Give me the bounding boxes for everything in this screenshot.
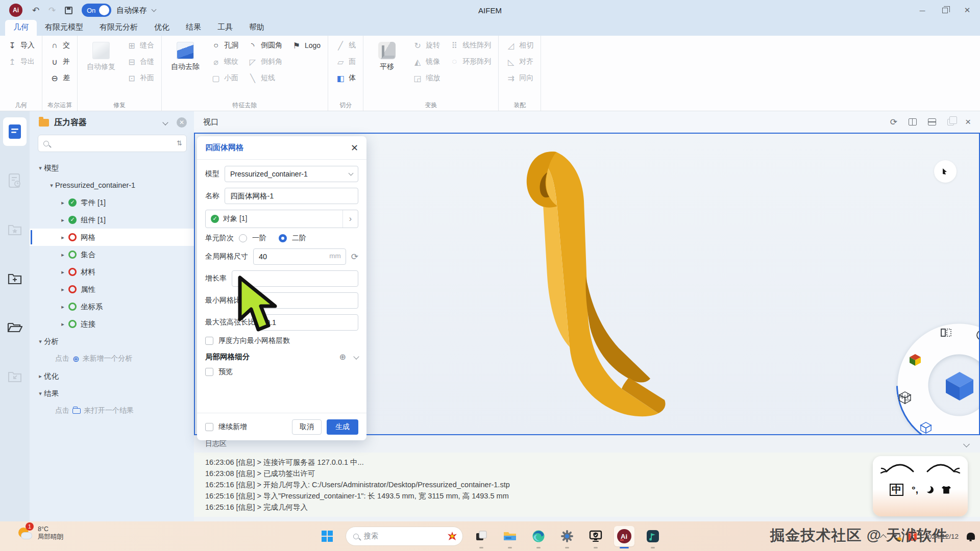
tree-expand-icon[interactable]: ▾ (37, 165, 44, 171)
project-collapse-icon[interactable] (162, 119, 168, 125)
tree-expand-icon[interactable]: ▸ (59, 217, 66, 223)
start-button[interactable] (317, 526, 337, 546)
import-folder-icon[interactable] (3, 362, 27, 391)
model-select[interactable]: Pressurized_container-1 (225, 166, 358, 182)
tree-expand-icon[interactable]: ▸ (37, 373, 44, 380)
tree-expand-icon[interactable]: ▸ (59, 252, 66, 258)
subtract-button[interactable]: 差 (47, 71, 72, 85)
section-plane-icon[interactable] (940, 328, 952, 338)
palette-icon[interactable] (976, 330, 980, 341)
log-panel[interactable]: 16:23:06 [信息] > 连接许可服务器 127.0.0.1 中...16… (194, 453, 980, 517)
save-icon[interactable] (61, 4, 76, 17)
tree-item-分析[interactable]: ▾分析 (30, 333, 194, 350)
filmora-app-button[interactable] (643, 526, 663, 546)
split-body-button[interactable]: 体 (333, 71, 358, 85)
add-refinement-icon[interactable]: ⊕ (339, 352, 346, 362)
import-button[interactable]: 导入 (5, 39, 37, 52)
tree-expand-icon[interactable]: ▸ (59, 269, 66, 276)
tree-expand-icon[interactable]: ▸ (59, 304, 66, 310)
close-button[interactable]: ✕ (960, 4, 975, 17)
model-3d-pressure-vessel[interactable] (496, 148, 680, 423)
ime-chinese-mode[interactable]: 中 (890, 484, 903, 496)
mesh-view-icon[interactable] (898, 391, 912, 404)
tree-item-零件 [1][interactable]: ▸零件 [1] (30, 194, 194, 211)
preview-checkbox[interactable] (205, 368, 213, 376)
ime-skin-icon[interactable] (942, 486, 951, 494)
security-app-button[interactable] (585, 526, 606, 546)
ime-punctuation-mode[interactable]: °, (912, 484, 918, 495)
project-close-icon[interactable]: ✕ (177, 117, 187, 128)
settings-button[interactable] (557, 526, 577, 546)
notification-bell-icon[interactable] (967, 533, 975, 540)
intersect-button[interactable]: 交 (47, 39, 72, 52)
translate-button[interactable]: 平移 (369, 39, 405, 71)
tree-item-属性[interactable]: ▸属性 (30, 281, 194, 298)
view-wheel[interactable] (895, 321, 980, 435)
folder-open-icon[interactable] (72, 408, 81, 414)
tab-fe-analysis[interactable]: 有限元分析 (91, 20, 146, 36)
tree-item-连接[interactable]: ▸连接 (30, 315, 194, 333)
split-vertical-icon[interactable] (909, 118, 917, 126)
section-collapse-icon[interactable] (353, 354, 359, 359)
favorites-folder-icon[interactable] (3, 215, 27, 244)
tree-hint-plus-circle[interactable]: 点击⊕来新增一个分析 (30, 350, 194, 367)
logo-button[interactable]: Logo (289, 39, 323, 52)
tab-fe-model[interactable]: 有限元模型 (37, 20, 91, 36)
tree-expand-icon[interactable]: ▸ (59, 286, 66, 293)
minimize-button[interactable]: ─ (915, 4, 930, 17)
first-order-radio[interactable] (239, 234, 247, 242)
model-tree-panel-icon[interactable] (3, 117, 27, 146)
undo-icon[interactable]: ↶ (29, 4, 43, 17)
open-folder-icon[interactable] (3, 313, 27, 342)
union-button[interactable]: 并 (47, 55, 72, 68)
auto-remove-button[interactable]: 自动去除 (167, 39, 204, 71)
tree-expand-icon[interactable]: ▸ (59, 321, 66, 328)
continue-add-checkbox[interactable] (205, 423, 213, 431)
tree-item-网格[interactable]: ▸网格 (30, 229, 194, 246)
tree-item-集合[interactable]: ▸集合 (30, 246, 194, 263)
viewport-refresh-icon[interactable]: ⟳ (890, 117, 897, 128)
autosave-toggle[interactable]: On (82, 4, 111, 17)
redo-icon[interactable]: ↷ (45, 4, 59, 17)
autosave-dropdown-icon[interactable] (152, 7, 157, 12)
tree-item-Pressurized_container-1[interactable]: ▾Pressurized_container-1 (30, 177, 194, 194)
fillet-button[interactable]: 倒圆角 (246, 39, 284, 52)
name-field[interactable] (225, 188, 358, 204)
edge-browser-button[interactable] (528, 526, 549, 546)
tree-item-模型[interactable]: ▾模型 (30, 159, 194, 177)
viewport-close-icon[interactable]: × (965, 116, 971, 128)
chevron-right-icon[interactable]: › (342, 210, 358, 228)
tree-item-结果[interactable]: ▾结果 (30, 385, 194, 402)
file-explorer-button[interactable] (500, 526, 520, 546)
tree-item-坐标系[interactable]: ▸坐标系 (30, 298, 194, 315)
cancel-button[interactable]: 取消 (292, 419, 322, 435)
viewport-tab[interactable]: 视口 (203, 117, 218, 127)
object-selection-chip[interactable]: 对象 [1] › (205, 210, 358, 228)
restore-button[interactable] (937, 4, 952, 17)
tab-geometry[interactable]: 几何 (5, 20, 37, 36)
hole-button[interactable]: 孔洞 (209, 39, 240, 52)
second-order-radio[interactable] (279, 234, 287, 242)
tab-optimization[interactable]: 优化 (146, 20, 178, 36)
tab-help[interactable]: 帮助 (241, 20, 273, 36)
tree-expand-icon[interactable]: ▸ (59, 199, 66, 206)
wireframe-view-icon[interactable] (920, 421, 932, 434)
shaded-view-icon[interactable] (909, 353, 922, 366)
thickness-layers-checkbox[interactable] (205, 337, 213, 345)
tree-hint-folder-open[interactable]: 点击来打开一个结果 (30, 402, 194, 419)
tree-expand-icon[interactable]: ▾ (37, 338, 44, 345)
tab-results[interactable]: 结果 (178, 20, 209, 36)
generate-button[interactable]: 生成 (327, 419, 358, 435)
log-collapse-icon[interactable] (963, 441, 970, 447)
view-cube[interactable] (943, 369, 976, 403)
recompute-size-icon[interactable]: ⟳ (351, 252, 358, 262)
tree-item-优化[interactable]: ▸优化 (30, 367, 194, 385)
ime-widget[interactable]: 中 °, (873, 456, 968, 516)
tree-item-材料[interactable]: ▸材料 (30, 263, 194, 281)
new-project-folder-icon[interactable] (3, 264, 27, 293)
task-view-button[interactable] (471, 526, 492, 546)
aifem-app-button[interactable]: Ai (614, 526, 634, 546)
plus-circle-icon[interactable]: ⊕ (72, 354, 79, 364)
tab-tools[interactable]: 工具 (209, 20, 241, 36)
tree-expand-icon[interactable]: ▸ (59, 234, 66, 241)
